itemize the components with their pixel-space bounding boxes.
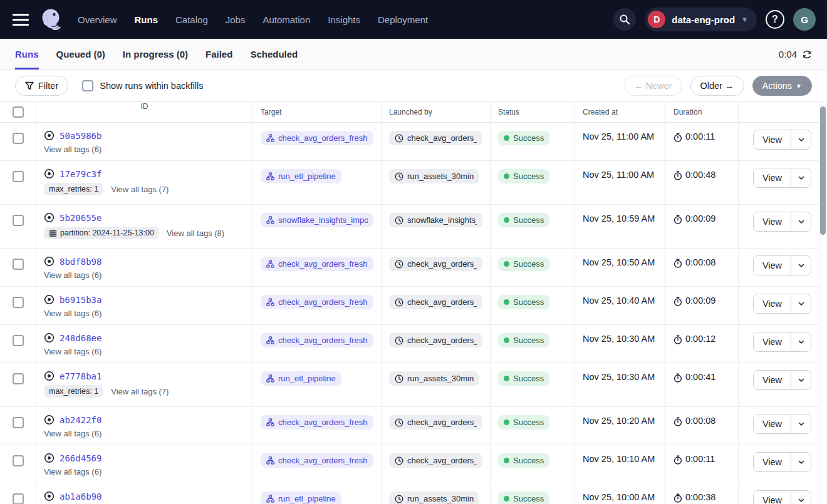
run-tag-chip[interactable]: partition: 2024-11-25-13:00 — [44, 227, 159, 239]
view-button[interactable]: View — [754, 414, 791, 433]
tab-in-progress-0[interactable]: In progress (0) — [123, 39, 188, 69]
view-all-tags-link[interactable]: View all tags (6) — [44, 467, 101, 476]
workspace-switcher[interactable]: D data-eng-prod ▼ — [645, 8, 757, 31]
run-id-link[interactable]: 5b20655e — [60, 213, 101, 223]
view-all-tags-link[interactable]: View all tags (7) — [111, 185, 169, 194]
view-dropdown-button[interactable] — [791, 371, 811, 389]
backfill-checkbox[interactable] — [82, 80, 93, 91]
view-all-tags-link[interactable]: View all tags (6) — [44, 145, 101, 154]
tab-queued-0[interactable]: Queued (0) — [56, 39, 105, 69]
run-id-link[interactable]: e7778ba1 — [60, 371, 101, 381]
target-chip[interactable]: check_avg_orders_freshne — [261, 333, 373, 347]
run-id-link[interactable]: b6915b3a — [60, 295, 101, 305]
launched-by-chip[interactable]: check_avg_orders_f… — [389, 131, 482, 145]
nav-item-automation[interactable]: Automation — [263, 14, 310, 25]
view-dropdown-button[interactable] — [791, 168, 811, 187]
view-button[interactable]: View — [754, 130, 791, 149]
target-chip[interactable]: check_avg_orders_freshne — [261, 295, 373, 309]
target-chip[interactable]: check_avg_orders_freshne — [261, 453, 373, 468]
view-dropdown-button[interactable] — [791, 453, 811, 471]
run-id-link[interactable]: 8bdf8b98 — [60, 257, 101, 267]
row-checkbox[interactable] — [13, 171, 24, 182]
launched-by-chip[interactable]: snowflake_insights_… — [389, 213, 482, 227]
help-button[interactable]: ? — [766, 10, 784, 29]
launched-by-chip[interactable]: check_avg_orders_f… — [389, 453, 482, 468]
row-checkbox[interactable] — [13, 455, 24, 466]
refresh-icon[interactable] — [802, 49, 812, 59]
nav-item-jobs[interactable]: Jobs — [226, 14, 246, 25]
launched-by-chip[interactable]: run_assets_30min — [389, 491, 479, 504]
run-id-link[interactable]: 17e79c3f — [60, 169, 101, 179]
row-checkbox[interactable] — [13, 417, 24, 428]
scrollbar-thumb[interactable] — [820, 106, 826, 235]
launched-by-chip[interactable]: run_assets_30min — [389, 371, 479, 386]
nav-item-insights[interactable]: Insights — [328, 14, 360, 25]
view-all-tags-link[interactable]: View all tags (8) — [167, 229, 224, 238]
target-chip[interactable]: check_avg_orders_freshne — [261, 257, 373, 271]
view-button[interactable]: View — [754, 453, 791, 471]
launched-by-chip[interactable]: check_avg_orders_f… — [389, 295, 482, 309]
row-checkbox[interactable] — [13, 259, 24, 270]
search-button[interactable] — [613, 8, 636, 31]
nav-item-overview[interactable]: Overview — [78, 14, 117, 25]
view-all-tags-link[interactable]: View all tags (7) — [111, 387, 169, 396]
nav-item-runs[interactable]: Runs — [135, 14, 159, 25]
launched-by-chip[interactable]: check_avg_orders_f… — [389, 415, 482, 429]
view-dropdown-button[interactable] — [791, 212, 811, 231]
view-button[interactable]: View — [754, 168, 791, 187]
tab-scheduled[interactable]: Scheduled — [250, 39, 298, 69]
view-all-tags-link[interactable]: View all tags (6) — [44, 309, 101, 318]
hamburger-menu-icon[interactable] — [13, 14, 29, 26]
user-avatar[interactable]: G — [793, 8, 816, 31]
newer-button[interactable]: ← Newer — [624, 76, 682, 96]
target-chip[interactable]: run_etl_pipeline — [261, 169, 341, 183]
target-chip[interactable]: check_avg_orders_freshne — [261, 415, 373, 429]
run-id-link[interactable]: ab2422f0 — [60, 415, 101, 425]
view-button[interactable]: View — [754, 212, 791, 231]
view-dropdown-button[interactable] — [791, 256, 811, 275]
run-tag-chip[interactable]: max_retries: 1 — [44, 183, 103, 195]
view-dropdown-button[interactable] — [791, 130, 811, 149]
row-checkbox[interactable] — [13, 373, 24, 384]
view-all-tags-link[interactable]: View all tags (6) — [44, 270, 101, 280]
older-button[interactable]: Older → — [690, 76, 744, 96]
select-all-checkbox[interactable] — [13, 106, 24, 118]
target-chip[interactable]: check_avg_orders_freshne — [261, 131, 373, 145]
run-id-link[interactable]: 266d4569 — [60, 453, 101, 463]
view-button[interactable]: View — [754, 332, 791, 351]
row-checkbox[interactable] — [13, 297, 24, 308]
nav-item-catalog[interactable]: Catalog — [175, 14, 208, 25]
view-button[interactable]: View — [754, 371, 791, 389]
actions-button[interactable]: Actions▼ — [752, 76, 812, 96]
view-all-tags-link[interactable]: View all tags (6) — [44, 429, 101, 438]
view-dropdown-button[interactable] — [791, 294, 811, 313]
launched-by-chip[interactable]: check_avg_orders_f… — [389, 333, 482, 347]
vertical-scrollbar[interactable] — [819, 102, 827, 504]
run-id-link[interactable]: ab1a6b90 — [60, 491, 101, 501]
run-tag-chip[interactable]: max_retries: 1 — [44, 385, 103, 398]
run-id-link[interactable]: 50a5986b — [60, 131, 101, 141]
row-checkbox[interactable] — [13, 335, 24, 346]
view-button[interactable]: View — [754, 294, 791, 313]
launched-by-chip[interactable]: run_assets_30min — [389, 169, 479, 183]
view-dropdown-button[interactable] — [791, 491, 811, 504]
dagster-logo-icon[interactable] — [39, 7, 64, 32]
target-chip[interactable]: run_etl_pipeline — [261, 491, 341, 504]
run-id-link[interactable]: 248d68ee — [60, 333, 101, 343]
row-checkbox[interactable] — [13, 133, 24, 144]
view-dropdown-button[interactable] — [791, 414, 811, 433]
target-chip[interactable]: snowflake_insights_import — [261, 213, 373, 227]
launched-by-chip[interactable]: check_avg_orders_f… — [389, 257, 482, 271]
target-chip[interactable]: run_etl_pipeline — [261, 371, 341, 386]
tab-failed[interactable]: Failed — [205, 39, 232, 69]
row-checkbox[interactable] — [13, 493, 24, 504]
view-button[interactable]: View — [754, 256, 791, 275]
view-button[interactable]: View — [754, 491, 791, 504]
view-dropdown-button[interactable] — [791, 332, 811, 351]
view-all-tags-link[interactable]: View all tags (6) — [44, 347, 101, 356]
nav-item-deployment[interactable]: Deployment — [378, 14, 428, 25]
backfill-toggle[interactable]: Show runs within backfills — [82, 80, 203, 91]
row-checkbox[interactable] — [13, 215, 24, 226]
tab-runs[interactable]: Runs — [15, 39, 39, 69]
filter-button[interactable]: Filter — [15, 76, 68, 96]
